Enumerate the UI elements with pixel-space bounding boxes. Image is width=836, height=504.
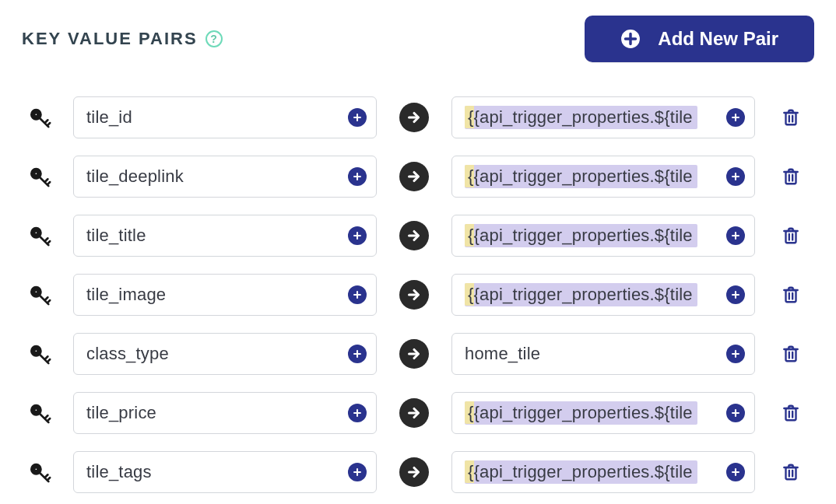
plus-icon <box>352 112 363 123</box>
trash-icon <box>781 403 801 423</box>
plus-icon <box>352 408 363 418</box>
value-input-text: {{api_trigger_properties.${tile <box>465 401 697 425</box>
value-input[interactable]: {{api_trigger_properties.${tile <box>451 392 755 434</box>
help-icon[interactable]: ? <box>205 30 223 47</box>
value-input[interactable]: home_tile <box>451 333 755 375</box>
trash-icon <box>781 462 801 482</box>
key-insert-button[interactable] <box>348 167 367 186</box>
pairs-list: tile_id {{api_trigger_properties.${tile … <box>22 96 814 493</box>
delete-row-button[interactable] <box>769 226 813 246</box>
key-input[interactable]: tile_deeplink <box>73 156 377 198</box>
pair-row: tile_deeplink {{api_trigger_properties.$… <box>22 156 814 198</box>
key-icon <box>22 342 59 366</box>
value-insert-button[interactable] <box>726 463 745 481</box>
maps-to-icon <box>391 457 437 487</box>
key-icon <box>22 283 59 306</box>
key-input[interactable]: tile_tags <box>73 451 377 493</box>
trash-icon <box>781 226 801 246</box>
key-insert-button[interactable] <box>348 285 367 304</box>
trash-icon <box>781 107 801 128</box>
plus-icon <box>730 467 741 478</box>
key-input-text: tile_title <box>86 226 146 246</box>
maps-to-icon <box>391 280 437 310</box>
value-input[interactable]: {{api_trigger_properties.${tile <box>451 215 755 257</box>
section-header: KEY VALUE PAIRS ? Add New Pair <box>22 12 814 62</box>
maps-to-icon <box>391 162 437 191</box>
pair-row: tile_tags {{api_trigger_properties.${til… <box>22 451 814 493</box>
pair-row: tile_image {{api_trigger_properties.${ti… <box>22 274 814 316</box>
plus-icon <box>730 171 741 182</box>
value-input[interactable]: {{api_trigger_properties.${tile <box>451 274 755 316</box>
plus-icon <box>352 230 363 241</box>
value-input[interactable]: {{api_trigger_properties.${tile <box>451 156 755 198</box>
plus-icon <box>730 289 741 300</box>
plus-icon <box>730 112 741 123</box>
key-input-text: tile_tags <box>86 462 152 482</box>
key-input[interactable]: tile_id <box>73 96 377 138</box>
value-input-text: {{api_trigger_properties.${tile <box>465 165 697 188</box>
plus-icon <box>352 348 363 359</box>
plus-circle-icon <box>620 29 641 49</box>
value-insert-button[interactable] <box>726 226 745 245</box>
maps-to-icon <box>391 398 437 428</box>
key-input-text: class_type <box>86 344 169 364</box>
key-icon <box>22 165 59 188</box>
value-insert-button[interactable] <box>726 108 745 127</box>
trash-icon <box>781 166 801 187</box>
plus-icon <box>730 408 741 418</box>
key-insert-button[interactable] <box>348 404 367 422</box>
key-icon <box>22 401 59 425</box>
plus-icon <box>352 289 363 300</box>
add-new-pair-label: Add New Pair <box>658 28 778 50</box>
key-input[interactable]: tile_price <box>73 392 377 434</box>
key-input-text: tile_deeplink <box>86 166 184 187</box>
value-input-text: {{api_trigger_properties.${tile <box>465 283 697 306</box>
section-title: KEY VALUE PAIRS <box>22 29 198 49</box>
delete-row-button[interactable] <box>769 344 813 364</box>
trash-icon <box>781 344 801 364</box>
maps-to-icon <box>391 339 437 369</box>
key-input[interactable]: tile_image <box>73 274 377 316</box>
trash-icon <box>781 285 801 305</box>
value-insert-button[interactable] <box>726 404 745 422</box>
maps-to-icon <box>391 103 437 132</box>
key-insert-button[interactable] <box>348 108 367 127</box>
value-insert-button[interactable] <box>726 167 745 186</box>
plus-icon <box>730 348 741 359</box>
value-input-text: {{api_trigger_properties.${tile <box>465 224 697 247</box>
pair-row: tile_title {{api_trigger_properties.${ti… <box>22 215 814 257</box>
key-input[interactable]: tile_title <box>73 215 377 257</box>
key-icon <box>22 224 59 247</box>
add-new-pair-button[interactable]: Add New Pair <box>585 16 814 62</box>
delete-row-button[interactable] <box>769 285 813 305</box>
pair-row: tile_price {{api_trigger_properties.${ti… <box>22 392 814 434</box>
key-icon <box>22 460 59 484</box>
key-input[interactable]: class_type <box>73 333 377 375</box>
pair-row: tile_id {{api_trigger_properties.${tile <box>22 96 814 138</box>
value-input-text: {{api_trigger_properties.${tile <box>465 106 697 129</box>
plus-icon <box>730 230 741 241</box>
delete-row-button[interactable] <box>769 403 813 423</box>
value-input-text: {{api_trigger_properties.${tile <box>465 460 697 484</box>
key-input-text: tile_image <box>86 285 166 305</box>
key-icon <box>22 106 59 129</box>
value-input[interactable]: {{api_trigger_properties.${tile <box>451 96 755 138</box>
delete-row-button[interactable] <box>769 107 813 128</box>
value-insert-button[interactable] <box>726 285 745 304</box>
delete-row-button[interactable] <box>769 166 813 187</box>
pair-row: class_type home_tile <box>22 333 814 375</box>
key-insert-button[interactable] <box>348 463 367 481</box>
value-input-text: home_tile <box>465 344 540 364</box>
plus-icon <box>352 171 363 182</box>
delete-row-button[interactable] <box>769 462 813 482</box>
key-input-text: tile_price <box>86 403 156 423</box>
value-input[interactable]: {{api_trigger_properties.${tile <box>451 451 755 493</box>
plus-icon <box>352 467 363 478</box>
value-insert-button[interactable] <box>726 345 745 363</box>
key-insert-button[interactable] <box>348 226 367 245</box>
key-input-text: tile_id <box>86 107 132 128</box>
key-insert-button[interactable] <box>348 345 367 363</box>
maps-to-icon <box>391 221 437 250</box>
